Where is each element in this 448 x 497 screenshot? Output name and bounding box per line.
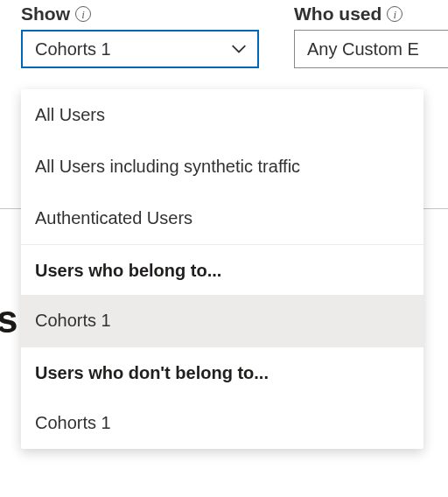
dropdown-item-cohorts-not-belong[interactable]: Cohorts 1 <box>21 397 424 449</box>
who-used-select-value: Any Custom E <box>307 39 419 60</box>
dropdown-item-all-users[interactable]: All Users <box>21 89 424 141</box>
who-used-field: Who used i Any Custom E <box>294 4 448 68</box>
divider <box>424 208 448 209</box>
show-dropdown: All Users All Users including synthetic … <box>21 89 424 449</box>
show-select[interactable]: Cohorts 1 <box>21 30 259 68</box>
show-select-value: Cohorts 1 <box>35 39 111 60</box>
chevron-down-icon <box>231 41 247 57</box>
divider <box>0 208 21 209</box>
who-used-label-row: Who used i <box>294 4 448 24</box>
show-field: Show i Cohorts 1 <box>21 4 259 68</box>
dropdown-item-all-users-synthetic[interactable]: All Users including synthetic traffic <box>21 141 424 192</box>
dropdown-group-not-belong-header: Users who don't belong to... <box>21 346 424 397</box>
info-icon[interactable]: i <box>387 6 402 22</box>
cropped-heading-fragment: s <box>0 298 18 341</box>
show-label: Show <box>21 4 70 24</box>
dropdown-item-authenticated-users[interactable]: Authenticated Users <box>21 192 424 244</box>
dropdown-group-belong-header: Users who belong to... <box>21 244 424 295</box>
show-label-row: Show i <box>21 4 259 24</box>
filters-row: Show i Cohorts 1 Who used i Any Custom E <box>0 0 448 68</box>
info-icon[interactable]: i <box>75 6 91 22</box>
dropdown-item-cohorts-belong[interactable]: Cohorts 1 <box>21 295 424 346</box>
who-used-label: Who used <box>294 4 382 24</box>
who-used-select[interactable]: Any Custom E <box>294 30 448 68</box>
